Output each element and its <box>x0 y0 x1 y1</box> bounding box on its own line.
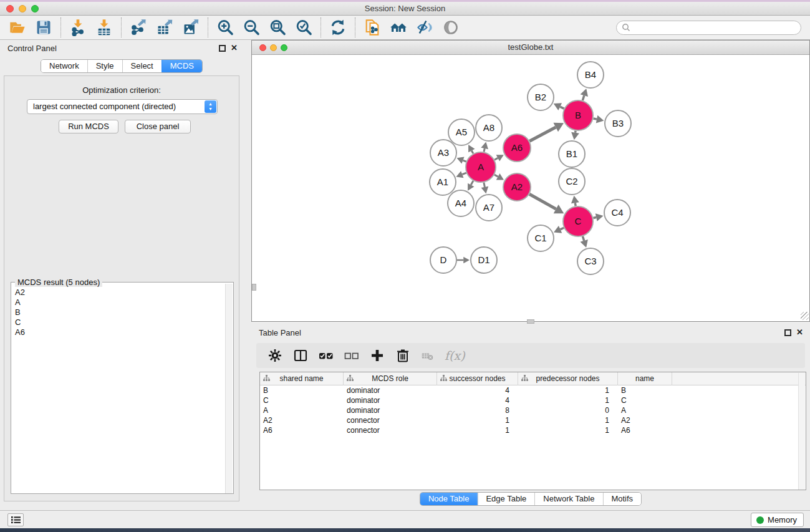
tab-network[interactable]: Network <box>41 60 87 72</box>
tab-select[interactable]: Select <box>122 60 162 72</box>
graph-edge-A-A3[interactable] <box>463 160 466 162</box>
delete-column-icon[interactable] <box>395 348 410 363</box>
minimize-network-window-button[interactable] <box>270 44 277 51</box>
table-cell: B <box>618 385 672 395</box>
table-row[interactable]: A6connector11A6 <box>260 425 806 435</box>
graph-edge-A-A7[interactable] <box>484 183 485 187</box>
table-cell: A2 <box>260 415 344 425</box>
export-table-icon[interactable] <box>156 19 173 36</box>
mcds-result-list[interactable]: A2ABCA6 <box>12 288 224 492</box>
tab-node-table[interactable]: Node Table <box>420 493 478 505</box>
table-row[interactable]: Bdominator41B <box>260 385 806 395</box>
export-image-icon[interactable] <box>182 19 200 36</box>
tab-network-table[interactable]: Network Table <box>534 493 602 505</box>
network-vertical-scroll-thumb[interactable] <box>252 284 256 291</box>
zoom-selected-icon[interactable] <box>295 19 312 36</box>
zoom-out-icon[interactable] <box>243 19 260 36</box>
gear-icon[interactable] <box>268 348 282 363</box>
graph-edge-A6-B[interactable] <box>529 127 556 141</box>
table-row[interactable]: Cdominator41C <box>260 395 806 405</box>
refresh-icon[interactable] <box>329 19 347 36</box>
tab-edge-table[interactable]: Edge Table <box>477 493 534 505</box>
split-column-icon[interactable] <box>293 348 308 363</box>
app-titlebar[interactable]: Session: New Session <box>0 2 810 16</box>
table-cell: 8 <box>437 405 518 415</box>
unchecked-boxes-icon[interactable] <box>344 348 359 363</box>
mcds-result-item[interactable]: C <box>12 317 224 327</box>
tab-mcds[interactable]: MCDS <box>162 60 202 72</box>
column-header-predecessor-nodes[interactable]: predecessor nodes <box>518 372 618 385</box>
delete-table-icon[interactable] <box>421 348 434 363</box>
run-mcds-button[interactable]: Run MCDS <box>59 120 118 133</box>
close-window-button[interactable] <box>6 5 14 12</box>
memory-button[interactable]: Memory <box>751 513 804 527</box>
network-canvas[interactable]: B4B2BB3A8A5A6A3B1AA1C2A2A4A7C4CC1C3DD1 <box>252 55 809 321</box>
mcds-result-item[interactable]: B <box>12 307 224 317</box>
column-header-name[interactable]: name <box>618 372 672 385</box>
function-builder-icon[interactable]: f(x) <box>445 349 465 362</box>
close-network-window-button[interactable] <box>259 44 266 51</box>
close-panel-button[interactable]: Close panel <box>125 120 191 133</box>
show-details-icon[interactable] <box>442 19 460 36</box>
table-scrollbar[interactable] <box>798 373 805 490</box>
network-window-titlebar[interactable]: testGlobe.txt <box>252 41 809 55</box>
graph-edge-A-A2[interactable] <box>494 175 498 177</box>
optimization-criterion-select[interactable]: largest connected component (directed) ▲… <box>27 99 218 114</box>
graph-edge-A-A6[interactable] <box>494 158 498 160</box>
graph-edge-C-C4[interactable] <box>593 218 596 218</box>
tab-style[interactable]: Style <box>87 60 122 72</box>
search-input[interactable] <box>634 23 796 32</box>
mcds-result-item[interactable]: A2 <box>12 288 224 297</box>
graph-edge-A-A1[interactable] <box>462 173 466 175</box>
node-table[interactable]: shared nameMCDS rolesuccessor nodesprede… <box>259 372 806 490</box>
import-table-icon[interactable] <box>95 19 113 36</box>
table-row[interactable]: Adominator80A <box>260 405 806 415</box>
zoom-network-window-button[interactable] <box>281 44 287 51</box>
graph-edge-B-B4[interactable] <box>582 95 584 100</box>
column-header-successor-nodes[interactable]: successor nodes <box>437 372 518 385</box>
hide-details-icon[interactable] <box>416 19 433 36</box>
graph-node-label: C4 <box>611 207 623 218</box>
home-gallery-icon[interactable] <box>390 19 407 36</box>
graph-edge-B-B2[interactable] <box>560 107 564 109</box>
window-resize-grip[interactable] <box>801 312 809 320</box>
mcds-result-item[interactable]: A6 <box>12 327 224 337</box>
graph-edge-A-A4[interactable] <box>471 181 473 185</box>
column-header-MCDS-role[interactable]: MCDS role <box>344 372 437 385</box>
mcds-result-item[interactable]: A <box>12 297 224 307</box>
graph-edge-A2-C[interactable] <box>529 194 556 209</box>
checked-boxes-icon[interactable] <box>319 348 334 363</box>
import-network-icon[interactable] <box>69 19 87 36</box>
task-history-button[interactable] <box>7 513 24 526</box>
close-panel-icon[interactable]: ✕ <box>231 43 238 52</box>
float-panel-icon[interactable] <box>784 329 791 336</box>
graph-node-label: A4 <box>455 198 466 208</box>
search-box[interactable] <box>616 21 801 35</box>
close-panel-icon[interactable]: ✕ <box>796 327 803 337</box>
zoom-in-icon[interactable] <box>216 19 234 36</box>
column-header-shared-name[interactable]: shared name <box>260 372 344 385</box>
graph-edge-B-B3[interactable] <box>593 118 597 119</box>
graph-edge-C-C1[interactable] <box>561 228 564 230</box>
graph-edge-A-A8[interactable] <box>484 148 485 152</box>
zoom-window-button[interactable] <box>31 5 39 12</box>
open-file-icon[interactable] <box>9 19 26 36</box>
table-row[interactable]: A2connector11A2 <box>260 415 806 425</box>
export-network-icon[interactable] <box>130 19 147 36</box>
network-horizontal-scroll-thumb[interactable] <box>527 319 534 324</box>
network-graph[interactable]: B4B2BB3A8A5A6A3B1AA1C2A2A4A7C4CC1C3DD1 <box>252 55 809 321</box>
save-session-icon[interactable] <box>35 19 52 36</box>
mcds-result-scrollbar[interactable] <box>225 284 233 493</box>
clone-network-icon[interactable] <box>364 19 381 36</box>
tab-motifs[interactable]: Motifs <box>602 493 641 505</box>
minimize-window-button[interactable] <box>19 5 26 12</box>
add-column-icon[interactable] <box>370 348 385 363</box>
float-panel-icon[interactable] <box>219 45 226 52</box>
graph-edge-arrowhead <box>581 89 588 97</box>
zoom-fit-icon[interactable] <box>269 19 286 36</box>
graph-edge-C-C3[interactable] <box>582 236 584 241</box>
network-view-window: testGlobe.txt B4B2BB3A8A5A6A3B1AA1C2A2A4… <box>251 40 810 322</box>
graph-edge-C-C2[interactable] <box>575 203 576 206</box>
graph-edge-B-B1[interactable] <box>576 131 576 133</box>
graph-edge-A-A5[interactable] <box>471 150 473 153</box>
